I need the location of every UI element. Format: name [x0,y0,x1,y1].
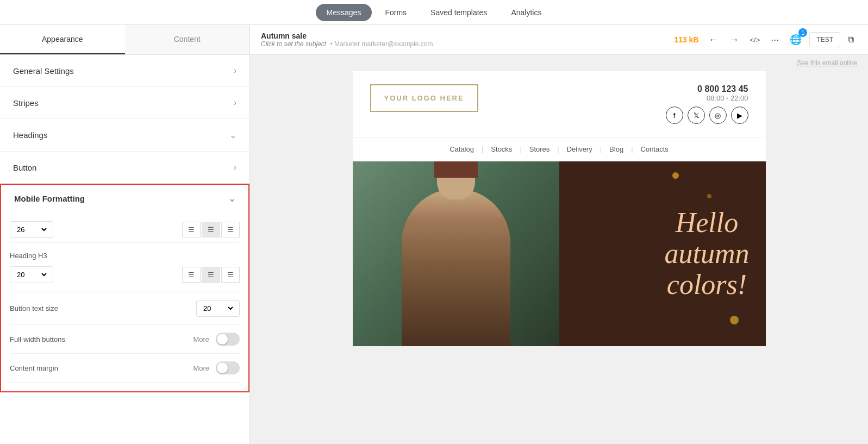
hero-text-area: Hello autumn colors! [665,207,750,301]
heading-h3-size-select[interactable]: 20 16 18 22 24 [10,266,53,283]
stripes-label: Stripes [13,98,39,108]
button-text-size-label: Button text size [10,304,196,312]
business-hours: 08:00 - 22:00 [666,94,748,102]
mobile-formatting-header[interactable]: Mobile Formatting ⌄ [1,185,248,212]
mf-heading-size-row: 26 20 24 28 32 ☰ ☰ ☰ [10,217,240,243]
leaf-dot-2 [707,194,711,198]
align-center-btn[interactable]: ☰ [202,222,220,237]
top-navigation: Messages Forms Saved templates Analytics [0,0,868,25]
full-width-buttons-label: Full-width buttons [10,335,193,343]
nav-blog: Blog [602,145,631,153]
h3-align-center-btn[interactable]: ☰ [202,267,220,283]
heading-align-group: ☰ ☰ ☰ [182,222,240,237]
content-margin-label: Content margin [10,364,193,372]
content-margin-toggle[interactable] [216,361,240,374]
full-width-buttons-toggle[interactable] [216,333,240,346]
sidebar-item-general-settings[interactable]: General Settings › [0,55,249,87]
email-preview: See this email online YOUR LOGO HERE 0 8… [250,55,868,444]
tab-analytics[interactable]: Analytics [500,4,552,21]
mobile-formatting-section: Mobile Formatting ⌄ 26 20 24 28 32 [0,184,249,392]
youtube-icon[interactable]: ▶ [731,107,748,124]
nav-catalog: Catalog [442,145,482,153]
button-text-size-dropdown[interactable]: 20 14 16 18 22 [201,304,235,313]
heading-h3-dropdown[interactable]: 20 16 18 22 24 [15,270,48,279]
chevron-right-icon: › [234,98,236,108]
heading-h3-align-group: ☰ ☰ ☰ [182,267,240,283]
heading-h3-label: Heading H3 [10,247,240,262]
tab-content[interactable]: Content [125,25,250,54]
hero-person-area [353,161,559,346]
test-button[interactable]: TEST [809,32,840,47]
email-navigation: Catalog | Stocks | Stores | Delivery | B… [353,137,766,161]
full-width-buttons-row: Full-width buttons More [10,325,240,354]
email-top-section: YOUR LOGO HERE 0 800 123 45 08:00 - 22:0… [353,71,766,137]
align-left-btn[interactable]: ☰ [182,222,201,237]
content-margin-more-label: More [193,364,209,372]
copy-button[interactable]: ⧉ [845,32,857,48]
email-hero: Hello autumn colors! [353,161,766,346]
person-hair [434,161,478,178]
hero-hello-text: Hello autumn colors! [665,207,750,301]
hero-line2: autumn [665,238,750,269]
facebook-icon[interactable]: f [666,107,683,124]
tab-messages[interactable]: Messages [316,4,372,21]
leaf-dot-1 [672,172,679,179]
contact-info: 0 800 123 45 08:00 - 22:00 f 𝕏 ◎ ▶ [666,84,748,124]
collapse-icon: ⌄ [228,193,235,204]
tab-saved-templates[interactable]: Saved templates [420,4,498,21]
content-area: Autumn sale Click to set the subject • M… [250,25,868,444]
email-header-bar: Autumn sale Click to set the subject • M… [250,25,868,55]
sender-info: • Marketer marketer@example.com [330,40,433,48]
see-email-online-link[interactable]: See this email online [250,55,868,71]
leaf-dot-3 [730,316,739,324]
headings-label: Headings [13,130,47,140]
button-text-size-row: Button text size 20 14 16 18 22 [10,292,240,325]
h3-align-left-btn[interactable]: ☰ [182,267,201,283]
nav-contacts: Contacts [633,145,676,153]
sidebar-items: General Settings › Stripes › Headings ⌄ … [0,55,249,444]
chevron-right-icon: › [234,162,236,172]
social-icons-group: f 𝕏 ◎ ▶ [666,107,748,124]
email-title[interactable]: Autumn sale [261,32,667,40]
person-silhouette [402,189,510,346]
mobile-formatting-body: 26 20 24 28 32 ☰ ☰ ☰ [1,212,248,391]
align-right-btn[interactable]: ☰ [221,222,240,237]
redo-button[interactable]: → [726,31,742,49]
sidebar: Appearance Content General Settings › St… [0,25,250,444]
notification-count: 1 [798,28,807,37]
more-options-button[interactable]: ··· [767,31,782,49]
twitter-icon[interactable]: 𝕏 [688,107,705,124]
sidebar-tab-bar: Appearance Content [0,25,249,55]
phone-number: 0 800 123 45 [666,84,748,94]
logo-box: YOUR LOGO HERE [370,84,478,112]
email-info: Autumn sale Click to set the subject • M… [261,32,667,48]
full-width-more-label: More [193,335,209,343]
size-26-dropdown[interactable]: 26 20 24 28 32 [15,225,48,234]
nav-delivery: Delivery [559,145,600,153]
toolbar-icons: ← → </> ··· 🌐 1 TEST ⧉ [705,30,857,49]
heading-size-select-26[interactable]: 26 20 24 28 32 [10,221,53,238]
h3-align-right-btn[interactable]: ☰ [221,267,240,283]
hero-line3: colors! [667,270,747,301]
button-text-size-select[interactable]: 20 14 16 18 22 [196,300,240,317]
tab-appearance[interactable]: Appearance [0,25,125,54]
email-body: YOUR LOGO HERE 0 800 123 45 08:00 - 22:0… [353,71,766,346]
hero-line1: Hello [676,207,739,238]
main-layout: Appearance Content General Settings › St… [0,25,868,444]
tab-forms[interactable]: Forms [374,4,417,21]
nav-stores: Stores [522,145,558,153]
nav-stocks: Stocks [483,145,520,153]
sidebar-item-headings[interactable]: Headings ⌄ [0,119,249,152]
instagram-icon[interactable]: ◎ [709,107,727,124]
code-view-button[interactable]: </> [747,33,764,47]
logo-text: YOUR LOGO HERE [384,94,464,102]
email-size: 113 kB [674,35,698,44]
heading-h3-row: 20 16 18 22 24 ☰ ☰ ☰ [10,262,240,287]
chevron-right-icon: › [234,66,236,76]
undo-button[interactable]: ← [705,31,722,49]
button-label: Button [13,163,36,172]
email-subtitle: Click to set the subject • Marketer mark… [261,40,667,48]
sidebar-item-stripes[interactable]: Stripes › [0,87,249,119]
sidebar-item-button[interactable]: Button › [0,152,249,184]
click-to-set-subject[interactable]: Click to set the subject [261,40,326,48]
